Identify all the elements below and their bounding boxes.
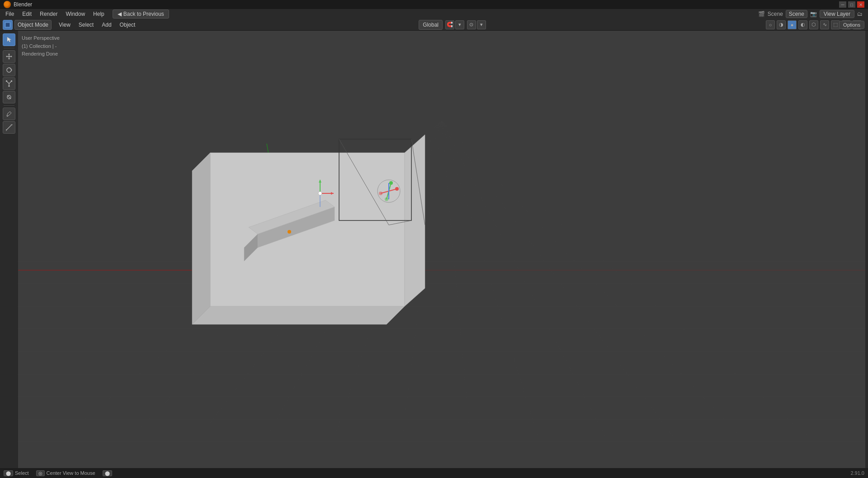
blender-logo-icon [4, 1, 11, 8]
svg-point-66 [379, 192, 382, 195]
version-label: 2.91.0 [850, 470, 864, 476]
svg-rect-13 [6, 80, 7, 82]
annotate-tool[interactable] [3, 108, 15, 120]
move-tool[interactable] [3, 50, 15, 63]
back-arrow-icon: ◀ [118, 11, 122, 17]
header-toolbar: Object Mode View Select Add Object Globa… [0, 19, 868, 31]
object-mode-dropdown[interactable]: Object Mode [14, 20, 52, 30]
cursor-tool[interactable] [3, 33, 15, 46]
main-object [192, 135, 425, 324]
header-view-menu[interactable]: View [55, 21, 74, 29]
back-to-previous-label: Back to Previous [123, 11, 164, 17]
rotate-tool[interactable] [3, 64, 15, 76]
transform-tool[interactable] [3, 91, 15, 103]
status-bar: ⬤ Select ◎ Center View to Mouse ⬤ 2.91.0 [0, 468, 868, 478]
menu-item-render[interactable]: Render [36, 10, 61, 18]
svg-line-19 [6, 125, 12, 130]
app-name-label: Blender [14, 1, 32, 8]
svg-point-67 [389, 181, 393, 185]
render-icon: 📷 [810, 11, 817, 17]
header-add-menu[interactable]: Add [98, 21, 115, 29]
svg-point-74 [318, 192, 322, 195]
svg-rect-15 [9, 85, 10, 87]
center-view-label: Center View to Mouse [47, 470, 95, 476]
viewport-shading-1[interactable]: ○ [766, 20, 775, 29]
svg-point-68 [385, 197, 388, 201]
svg-marker-50 [192, 153, 210, 324]
status-additional: ⬤ [103, 470, 112, 476]
view-layer-icon: 🗂 [857, 11, 863, 17]
svg-rect-1 [6, 23, 9, 27]
viewport-shading-2[interactable]: ◑ [777, 20, 786, 29]
snap-controls: 🧲 ▾ [445, 20, 464, 29]
viewport-icon[interactable] [3, 20, 13, 30]
tool-separator-1 [4, 48, 14, 48]
proportional-edit-icon[interactable]: ⊙ [467, 20, 476, 29]
title-bar: Blender ─ □ ✕ [0, 0, 868, 9]
mouse-middle-icon: ◎ [36, 470, 45, 476]
maximize-button[interactable]: □ [848, 1, 855, 8]
viewport-shading-6[interactable]: ∿ [820, 20, 829, 29]
measure-tool[interactable] [3, 121, 15, 134]
scene-3d-svg [18, 31, 865, 468]
svg-point-65 [395, 187, 399, 191]
snap-options-icon[interactable]: ▾ [455, 20, 464, 29]
scene-label: Scene [768, 11, 783, 17]
svg-rect-24 [18, 31, 865, 468]
scene-controls: 🎬 Scene Scene 📷 View Layer 🗂 [758, 10, 866, 18]
svg-marker-5 [8, 58, 10, 60]
select-label: Select [15, 470, 29, 476]
tool-separator-2 [4, 105, 14, 106]
right-panel [865, 31, 868, 468]
scene-icon: 🎬 [758, 11, 765, 17]
mouse-right-icon: ⬤ [103, 470, 112, 476]
menu-item-file[interactable]: File [2, 10, 18, 18]
svg-marker-7 [11, 56, 12, 57]
viewport-shading-5[interactable]: ⬡ [809, 20, 818, 29]
back-to-previous-button[interactable]: ◀ Back to Previous [113, 9, 169, 19]
proportional-controls: ⊙ ▾ [467, 20, 486, 29]
version-info: 2.91.0 [850, 470, 864, 476]
snap-icon[interactable]: 🧲 [445, 20, 454, 29]
status-select: ⬤ Select [4, 470, 29, 476]
viewport-3d[interactable]: User Perspective (1) Collection | - Rend… [18, 31, 865, 468]
transform-orientation-dropdown[interactable]: Global [419, 20, 443, 30]
left-toolbar [0, 31, 18, 468]
app-title: Blender [4, 1, 32, 8]
overlay-icon[interactable]: ⬚ [831, 20, 840, 29]
svg-rect-14 [11, 80, 12, 82]
center-controls: Global 🧲 ▾ ⊙ ▾ [419, 20, 486, 30]
svg-marker-6 [6, 56, 7, 57]
window-controls: ─ □ ✕ [839, 1, 864, 8]
svg-marker-9 [11, 69, 12, 71]
header-select-menu[interactable]: Select [75, 21, 97, 29]
minimize-button[interactable]: ─ [839, 1, 846, 8]
svg-point-56 [288, 230, 291, 234]
menu-item-window[interactable]: Window [62, 10, 89, 18]
svg-marker-51 [192, 306, 405, 324]
menu-item-edit[interactable]: Edit [19, 10, 35, 18]
options-button[interactable]: Options [839, 21, 864, 29]
menu-bar: File Edit Render Window Help ◀ Back to P… [0, 9, 868, 19]
mouse-left-icon: ⬤ [4, 470, 13, 476]
scale-tool[interactable] [3, 77, 15, 90]
status-center-view: ◎ Center View to Mouse [36, 470, 95, 476]
header-object-menu[interactable]: Object [116, 21, 139, 29]
close-button[interactable]: ✕ [857, 1, 864, 8]
menu-item-help[interactable]: Help [90, 10, 108, 18]
proportional-options-icon[interactable]: ▾ [477, 20, 486, 29]
viewport-shading-3[interactable]: ● [788, 20, 797, 29]
header-menu-items: View Select Add Object [55, 21, 139, 29]
viewport-shading-4[interactable]: ◐ [798, 20, 807, 29]
view-layer-button[interactable]: View Layer [820, 10, 854, 18]
scene-dropdown[interactable]: Scene [786, 10, 807, 18]
svg-marker-4 [8, 53, 10, 55]
